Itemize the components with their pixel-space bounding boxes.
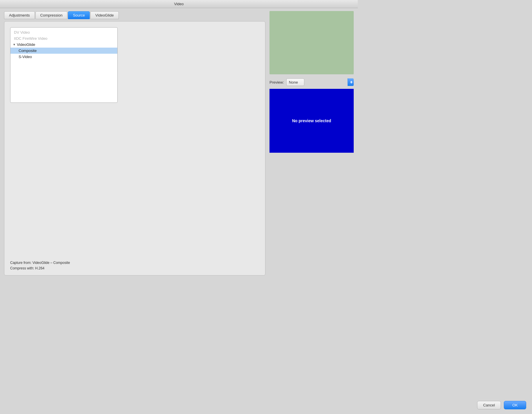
tab-videoglide[interactable]: VideoGlide [90, 11, 118, 19]
tab-compression[interactable]: Compression [35, 11, 68, 19]
preview-select[interactable]: None [286, 78, 304, 86]
title-bar: Video [0, 0, 358, 8]
right-panel: Preview: None No preview selected [269, 11, 354, 276]
no-preview-box: No preview selected [269, 89, 354, 153]
triangle-icon: ▼ [13, 43, 16, 46]
preview-select-wrapper[interactable]: None [286, 78, 354, 86]
no-preview-text: No preview selected [292, 118, 331, 123]
source-composite[interactable]: Composite [10, 48, 117, 54]
source-list[interactable]: DV Video IIDC FireWire Video ▼ VideoGlid… [10, 27, 118, 103]
select-arrows-icon [350, 81, 353, 84]
tab-source[interactable]: Source [68, 11, 90, 19]
preview-image [269, 11, 354, 74]
capture-status: Capture from: VideoGlide – Composite [10, 260, 70, 266]
tab-adjustments[interactable]: Adjustments [4, 11, 35, 19]
source-dv-video[interactable]: DV Video [10, 29, 117, 35]
source-iidc-firewire[interactable]: IIDC FireWire Video [10, 35, 117, 42]
window-title: Video [174, 2, 184, 6]
source-content-area: DV Video IIDC FireWire Video ▼ VideoGlid… [4, 21, 265, 276]
preview-label: Preview: [269, 80, 284, 84]
source-group-videoglide[interactable]: ▼ VideoGlide [10, 42, 117, 48]
status-bar: Capture from: VideoGlide – Composite Com… [10, 260, 70, 271]
tab-bar: Adjustments Compression Source VideoGlid… [4, 11, 265, 19]
preview-controls: Preview: None [269, 78, 354, 86]
source-svideo[interactable]: S-Video [10, 54, 117, 60]
compress-status: Compress with: H.264 [10, 266, 70, 271]
